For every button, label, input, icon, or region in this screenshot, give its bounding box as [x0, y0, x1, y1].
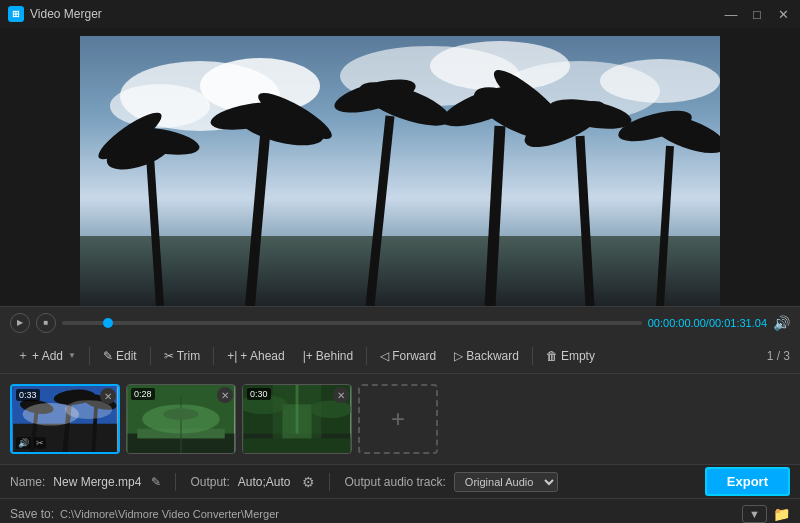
- svg-point-52: [310, 401, 351, 418]
- maximize-button[interactable]: □: [748, 5, 766, 23]
- close-button[interactable]: ✕: [774, 5, 792, 23]
- progress-bar[interactable]: [62, 321, 642, 325]
- export-button[interactable]: Export: [705, 467, 790, 496]
- timeline: 0:33 ✕ 🔊 ✂ 0:28 ✕: [0, 374, 800, 464]
- clip-3-duration: 0:30: [247, 388, 271, 400]
- backward-button[interactable]: ▷ Backward: [447, 345, 526, 367]
- svg-rect-8: [80, 236, 720, 306]
- empty-button[interactable]: 🗑 Empty: [539, 345, 602, 367]
- name-value: New Merge.mp4: [53, 475, 141, 489]
- backward-label: Backward: [466, 349, 519, 363]
- forward-label: Forward: [392, 349, 436, 363]
- progress-thumb: [103, 318, 113, 328]
- svg-point-45: [164, 408, 199, 420]
- page-count: 1 / 3: [767, 349, 790, 363]
- preview-wrapper: [0, 28, 800, 306]
- behind-button[interactable]: |+ Behind: [296, 345, 361, 367]
- add-clip-button[interactable]: +: [358, 384, 438, 454]
- clip-2-duration: 0:28: [131, 388, 155, 400]
- controls-bar: ▶ ■ 00:00:00.00/00:01:31.04 🔊: [0, 306, 800, 338]
- trim-label: Trim: [177, 349, 201, 363]
- clip-1-icons: 🔊 ✂: [16, 437, 46, 449]
- save-label: Save to:: [10, 507, 54, 521]
- empty-label: Empty: [561, 349, 595, 363]
- audio-label: Output audio track:: [344, 475, 445, 489]
- browse-folder-button[interactable]: 📁: [773, 506, 790, 522]
- trash-icon: 🗑: [546, 349, 558, 363]
- bottom-separator-1: [175, 473, 176, 491]
- svg-point-3: [110, 84, 210, 128]
- name-label: Name:: [10, 475, 45, 489]
- bottom-separator-2: [329, 473, 330, 491]
- trim-icon: ✂: [164, 349, 174, 363]
- trim-button[interactable]: ✂ Trim: [157, 345, 208, 367]
- clip-1-duration: 0:33: [16, 389, 40, 401]
- behind-icon: |+: [303, 349, 313, 363]
- clip-1-close[interactable]: ✕: [100, 388, 116, 404]
- edit-icon: ✎: [103, 349, 113, 363]
- clip-2-close[interactable]: ✕: [217, 387, 233, 403]
- ahead-icon: +|: [227, 349, 237, 363]
- path-dropdown-button[interactable]: ▼: [742, 505, 767, 523]
- add-label: + Add: [32, 349, 63, 363]
- toolbar-separator-5: [532, 347, 533, 365]
- audio-track-select[interactable]: Original Audio No Audio: [454, 472, 558, 492]
- ahead-button[interactable]: +| + Ahead: [220, 345, 292, 367]
- add-button[interactable]: ＋ + Add ▼: [10, 343, 83, 368]
- stop-button[interactable]: ■: [36, 313, 56, 333]
- clip-1-audio-icon[interactable]: 🔊: [16, 437, 31, 449]
- clip-3[interactable]: 0:30 ✕: [242, 384, 352, 454]
- save-bar: Save to: C:\Vidmore\Vidmore Video Conver…: [0, 498, 800, 523]
- clip-1[interactable]: 0:33 ✕ 🔊 ✂: [10, 384, 120, 454]
- output-value: Auto;Auto: [238, 475, 291, 489]
- toolbar-separator-1: [89, 347, 90, 365]
- bottom-bar: Name: New Merge.mp4 ✎ Output: Auto;Auto …: [0, 464, 800, 498]
- toolbar: ＋ + Add ▼ ✎ Edit ✂ Trim +| + Ahead |+ Be…: [0, 338, 800, 374]
- add-dropdown-arrow: ▼: [68, 351, 76, 360]
- window-controls: — □ ✕: [722, 5, 792, 23]
- save-path: C:\Vidmore\Vidmore Video Converter\Merge…: [60, 508, 736, 520]
- app-title: Video Merger: [30, 7, 722, 21]
- minimize-button[interactable]: —: [722, 5, 740, 23]
- edit-name-icon[interactable]: ✎: [151, 475, 161, 489]
- time-display: 00:00:00.00/00:01:31.04: [648, 317, 767, 329]
- edit-label: Edit: [116, 349, 137, 363]
- add-icon: ＋: [17, 347, 29, 364]
- forward-button[interactable]: ◁ Forward: [373, 345, 443, 367]
- play-button[interactable]: ▶: [10, 313, 30, 333]
- toolbar-separator-2: [150, 347, 151, 365]
- backward-icon: ▷: [454, 349, 463, 363]
- toolbar-separator-3: [213, 347, 214, 365]
- edit-button[interactable]: ✎ Edit: [96, 345, 144, 367]
- svg-rect-53: [244, 438, 351, 453]
- clip-3-close[interactable]: ✕: [333, 387, 349, 403]
- ahead-label: + Ahead: [240, 349, 284, 363]
- forward-icon: ◁: [380, 349, 389, 363]
- toolbar-separator-4: [366, 347, 367, 365]
- output-gear-icon[interactable]: ⚙: [302, 474, 315, 490]
- volume-icon[interactable]: 🔊: [773, 315, 790, 331]
- output-label: Output:: [190, 475, 229, 489]
- behind-label: Behind: [316, 349, 353, 363]
- clip-1-cut-icon[interactable]: ✂: [34, 437, 46, 449]
- clip-2[interactable]: 0:28 ✕: [126, 384, 236, 454]
- video-scene-svg: [80, 36, 720, 306]
- app-logo: ⊞: [8, 6, 24, 22]
- video-preview: [80, 36, 720, 306]
- svg-point-7: [600, 59, 720, 103]
- title-bar: ⊞ Video Merger — □ ✕: [0, 0, 800, 28]
